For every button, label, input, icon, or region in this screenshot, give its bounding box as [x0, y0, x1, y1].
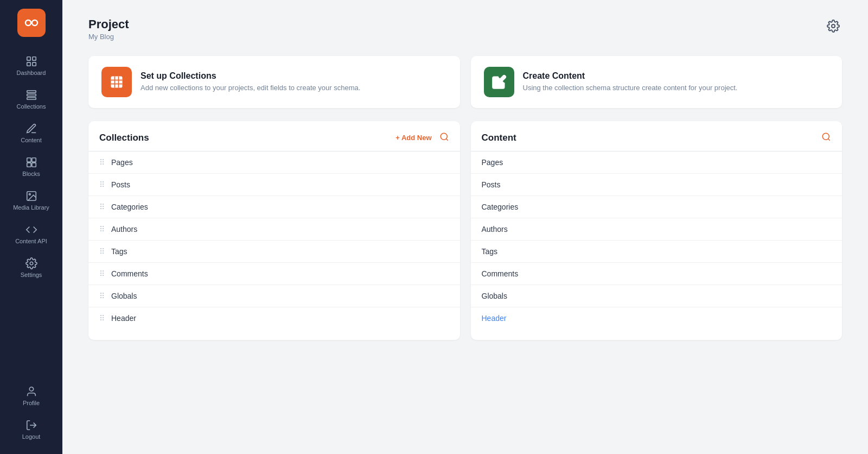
- api-icon: [25, 224, 37, 236]
- svg-rect-10: [31, 158, 35, 162]
- page-title-group: Project My Blog: [88, 17, 129, 41]
- svg-point-1: [32, 20, 37, 26]
- table-icon: [109, 74, 124, 90]
- sidebar-nav: Dashboard Collections Content: [0, 50, 62, 380]
- collections-icon: [25, 89, 37, 101]
- collection-item-posts[interactable]: ⠿ Posts: [88, 174, 460, 196]
- setup-collections-card[interactable]: Set up Collections Add new collections t…: [88, 56, 460, 108]
- content-item-header[interactable]: Header: [471, 307, 843, 329]
- svg-rect-2: [27, 57, 30, 60]
- search-collections-button[interactable]: [439, 132, 449, 143]
- svg-point-16: [29, 387, 33, 391]
- content-item-categories[interactable]: Categories: [471, 196, 843, 218]
- sidebar-item-settings[interactable]: Settings: [0, 252, 62, 283]
- collection-item-header-label: Header: [111, 314, 136, 323]
- drag-handle-tags: ⠿: [99, 247, 105, 256]
- collection-item-pages[interactable]: ⠿ Pages: [88, 152, 460, 174]
- app-logo[interactable]: [17, 9, 46, 37]
- collections-list-header: Collections + Add New: [88, 132, 460, 152]
- sidebar-item-profile[interactable]: Profile: [0, 380, 62, 412]
- drag-handle-posts: ⠿: [99, 180, 105, 189]
- drag-handle-authors: ⠿: [99, 225, 105, 234]
- create-content-card[interactable]: Create Content Using the collection sche…: [471, 56, 843, 108]
- svg-line-27: [828, 138, 829, 140]
- sidebar-item-content[interactable]: Content: [0, 117, 62, 149]
- lists-row: Collections + Add New ⠿ Pages ⠿: [88, 121, 842, 340]
- setup-collections-text: Set up Collections Add new collections t…: [141, 71, 360, 93]
- logo-icon: [23, 14, 40, 31]
- create-content-desc: Using the collection schema structure cr…: [523, 83, 738, 93]
- drag-handle-globals: ⠿: [99, 292, 105, 300]
- content-item-tags[interactable]: Tags: [471, 241, 843, 263]
- content-item-comments[interactable]: Comments: [471, 263, 843, 285]
- collection-item-tags-label: Tags: [111, 247, 127, 256]
- svg-rect-7: [27, 94, 36, 96]
- gear-icon: [827, 20, 840, 33]
- settings-sidebar-icon: [25, 257, 37, 269]
- add-new-collection-button[interactable]: + Add New: [395, 134, 431, 142]
- svg-rect-19: [111, 77, 123, 88]
- search-icon: [439, 132, 449, 142]
- content-list-card: Content Pages Posts Categories Authors T…: [471, 121, 843, 340]
- sidebar-bottom: Profile Logout: [0, 380, 62, 445]
- svg-point-24: [441, 133, 447, 140]
- settings-button[interactable]: [825, 17, 842, 36]
- media-icon: [25, 190, 37, 202]
- content-item-pages[interactable]: Pages: [471, 152, 843, 174]
- profile-icon: [25, 386, 37, 398]
- collection-item-header[interactable]: ⠿ Header: [88, 307, 460, 329]
- sidebar-item-logout-label: Logout: [22, 433, 41, 440]
- dashboard-icon: [25, 55, 37, 67]
- collections-list-actions: + Add New: [395, 132, 449, 143]
- blocks-icon: [25, 156, 37, 168]
- page-subtitle: My Blog: [88, 33, 129, 41]
- content-list-title: Content: [482, 133, 516, 143]
- sidebar-item-blocks[interactable]: Blocks: [0, 151, 62, 182]
- sidebar-item-content-label: Content: [21, 137, 42, 143]
- create-content-icon-bg: [484, 67, 514, 97]
- content-item-posts[interactable]: Posts: [471, 174, 843, 196]
- content-icon: [25, 123, 37, 135]
- logout-icon: [25, 419, 37, 431]
- setup-collections-desc: Add new collections to your projects, ed…: [141, 83, 360, 93]
- sidebar-item-content-api[interactable]: Content API: [0, 218, 62, 250]
- content-item-globals[interactable]: Globals: [471, 285, 843, 307]
- collection-item-pages-label: Pages: [111, 158, 133, 167]
- svg-rect-4: [27, 62, 30, 66]
- collection-item-categories-label: Categories: [111, 203, 148, 211]
- svg-line-25: [446, 138, 448, 140]
- collection-item-globals-label: Globals: [111, 292, 137, 300]
- collection-item-categories[interactable]: ⠿ Categories: [88, 196, 460, 218]
- sidebar-item-settings-label: Settings: [21, 272, 42, 278]
- sidebar-item-collections[interactable]: Collections: [0, 84, 62, 115]
- collection-item-authors[interactable]: ⠿ Authors: [88, 218, 460, 241]
- svg-point-0: [25, 20, 31, 26]
- svg-rect-9: [27, 158, 30, 162]
- svg-rect-5: [32, 62, 35, 66]
- content-list-header: Content: [471, 132, 843, 152]
- sidebar-item-collections-label: Collections: [17, 103, 46, 110]
- sidebar-item-dashboard[interactable]: Dashboard: [0, 50, 62, 81]
- main-content: Project My Blog Set up Co: [62, 0, 868, 454]
- content-item-authors[interactable]: Authors: [471, 218, 843, 241]
- sidebar-item-profile-label: Profile: [23, 400, 40, 406]
- collection-item-tags[interactable]: ⠿ Tags: [88, 241, 460, 263]
- svg-point-18: [832, 24, 835, 28]
- edit-icon: [492, 74, 507, 90]
- setup-collections-icon-bg: [101, 67, 132, 97]
- collection-item-comments[interactable]: ⠿ Comments: [88, 263, 460, 285]
- collection-item-authors-label: Authors: [111, 225, 137, 234]
- sidebar: Dashboard Collections Content: [0, 0, 62, 454]
- search-content-button[interactable]: [821, 132, 831, 143]
- svg-point-26: [822, 133, 829, 140]
- drag-handle-pages: ⠿: [99, 158, 105, 167]
- content-list-actions: [821, 132, 831, 143]
- sidebar-item-media-library[interactable]: Media Library: [0, 185, 62, 216]
- svg-rect-12: [31, 163, 35, 167]
- collections-list-title: Collections: [99, 133, 149, 143]
- svg-point-15: [30, 262, 33, 265]
- svg-rect-8: [27, 98, 36, 100]
- collection-item-globals[interactable]: ⠿ Globals: [88, 285, 460, 307]
- sidebar-item-logout[interactable]: Logout: [0, 414, 62, 445]
- sidebar-item-blocks-label: Blocks: [22, 171, 40, 177]
